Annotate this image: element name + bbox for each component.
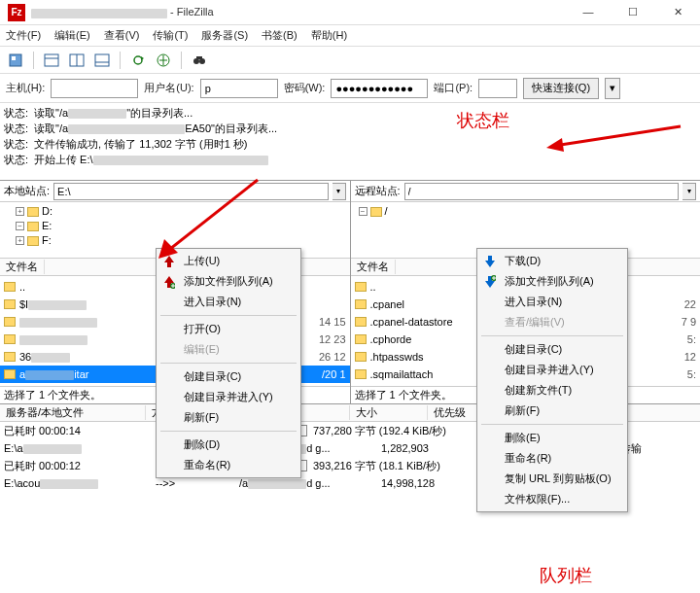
svg-marker-16: [485, 256, 495, 267]
context-item[interactable]: 进入目录(N): [477, 292, 627, 312]
menu-view[interactable]: 查看(V): [104, 28, 140, 43]
menu-bookmarks[interactable]: 书签(B): [262, 28, 298, 43]
menu-help[interactable]: 帮助(H): [311, 28, 347, 43]
context-item[interactable]: 删除(D): [157, 435, 300, 455]
username-label: 用户名(U):: [144, 81, 193, 95]
toolbar: [0, 47, 700, 74]
folder-icon: [355, 299, 367, 309]
up-red-icon: [162, 255, 176, 268]
remote-context-menu: 下载(D)添加文件到队列(A)进入目录(N)查看/编辑(V)创建目录(C)创建目…: [476, 248, 628, 512]
menu-server[interactable]: 服务器(S): [201, 28, 248, 43]
host-label: 主机(H):: [6, 81, 45, 95]
context-item[interactable]: 创建目录(C): [477, 339, 627, 360]
port-input[interactable]: [478, 79, 517, 98]
context-item: 查看/编辑(V): [477, 312, 627, 332]
context-item[interactable]: 打开(O): [157, 319, 300, 339]
context-item[interactable]: 下载(D): [477, 251, 627, 271]
annotation-queue: 队列栏: [540, 564, 592, 587]
folder-icon: [355, 317, 367, 327]
qcol-file[interactable]: 服务器/本地文件: [0, 405, 146, 420]
remote-path-dropdown[interactable]: ▾: [682, 183, 696, 200]
folder-icon: [4, 317, 16, 327]
toggletree-icon[interactable]: [67, 51, 87, 70]
context-item[interactable]: 创建新文件(T): [477, 380, 627, 401]
svg-rect-2: [45, 54, 58, 66]
svg-rect-6: [95, 54, 109, 66]
sitemanager-icon[interactable]: [6, 51, 25, 70]
quickconnect-button[interactable]: 快速连接(Q): [523, 78, 599, 99]
port-label: 端口(P):: [434, 81, 472, 95]
drive-icon: [27, 236, 39, 246]
col-filename[interactable]: 文件名: [0, 260, 45, 274]
svg-marker-13: [164, 256, 174, 267]
compare-icon[interactable]: [154, 51, 173, 70]
togglequeue-icon[interactable]: [92, 51, 112, 70]
local-path-input[interactable]: [53, 183, 328, 200]
binocular-icon[interactable]: [190, 51, 209, 70]
folder-icon: [370, 207, 382, 217]
quickconnect-bar: 主机(H): 用户名(U): 密码(W): 端口(P): 快速连接(Q) ▾: [0, 74, 700, 103]
log-label: 状态:: [4, 105, 28, 121]
context-item[interactable]: 文件权限(F)...: [477, 489, 627, 509]
menu-edit[interactable]: 编辑(E): [54, 28, 90, 43]
context-item[interactable]: 重命名(R): [157, 455, 300, 475]
context-item: 编辑(E): [157, 339, 300, 360]
context-item[interactable]: 上传(U): [157, 251, 300, 271]
svg-rect-12: [196, 56, 202, 59]
context-item[interactable]: 删除(E): [477, 428, 627, 448]
local-context-menu: 上传(U)添加文件到队列(A)进入目录(N)打开(O)编辑(E)创建目录(C)创…: [156, 248, 301, 478]
password-label: 密码(W):: [284, 81, 326, 95]
titlebar: Fz - FileZilla — ☐ ✕: [0, 0, 700, 25]
context-item[interactable]: 创建目录并进入(Y): [477, 360, 627, 380]
log-success: 文件传输成功, 传输了 11,302 字节 (用时1 秒): [34, 136, 247, 152]
context-item[interactable]: 进入目录(N): [157, 292, 300, 312]
context-item[interactable]: 刷新(F): [157, 407, 300, 428]
qcol-size[interactable]: 大小: [350, 405, 428, 420]
plus-green-icon: [162, 275, 176, 289]
folder-icon: [4, 282, 16, 292]
folder-icon: [4, 334, 16, 344]
context-item[interactable]: 创建目录(C): [157, 366, 300, 387]
status-log: 状态:读取"/a"的目录列表... 状态:读取"/aEA50"的目录列表... …: [0, 103, 700, 181]
col-filename[interactable]: 文件名: [351, 260, 396, 274]
folder-icon: [355, 282, 367, 292]
dn-blue-icon: [483, 255, 497, 268]
context-item[interactable]: 添加文件到队列(A): [157, 271, 300, 292]
password-input[interactable]: [331, 79, 428, 98]
svg-rect-1: [12, 56, 16, 60]
app-logo-icon: Fz: [8, 4, 25, 21]
folder-icon: [355, 352, 367, 362]
folder-icon: [4, 369, 16, 379]
sync-icon[interactable]: [128, 51, 148, 70]
menu-transfer[interactable]: 传输(T): [153, 28, 188, 43]
menubar: 文件(F) 编辑(E) 查看(V) 传输(T) 服务器(S) 书签(B) 帮助(…: [0, 25, 700, 47]
remote-path-input[interactable]: [404, 183, 679, 200]
host-input[interactable]: [51, 79, 138, 98]
minimize-button[interactable]: —: [574, 6, 603, 18]
remote-site-label: 远程站点:: [355, 184, 401, 198]
drive-icon: [27, 207, 39, 217]
close-button[interactable]: ✕: [663, 6, 692, 18]
local-path-dropdown[interactable]: ▾: [332, 183, 346, 200]
drive-icon: [27, 222, 39, 231]
folder-icon: [4, 352, 16, 362]
maximize-button[interactable]: ☐: [618, 6, 648, 18]
togglelog-icon[interactable]: [42, 51, 61, 70]
window-title: - FileZilla: [31, 6, 574, 17]
quickconnect-dropdown[interactable]: ▾: [605, 78, 620, 99]
context-item[interactable]: 添加文件到队列(A): [477, 271, 627, 292]
plus-blue-icon: [483, 275, 497, 289]
menu-file[interactable]: 文件(F): [6, 28, 41, 43]
context-item[interactable]: 刷新(F): [477, 401, 627, 421]
username-input[interactable]: [200, 79, 278, 98]
context-item[interactable]: 复制 URL 到剪贴板(O): [477, 469, 627, 489]
folder-icon: [355, 369, 367, 379]
context-item[interactable]: 重命名(R): [477, 448, 627, 469]
local-site-label: 本地站点:: [4, 184, 50, 198]
folder-icon: [355, 334, 367, 344]
context-item[interactable]: 创建目录并进入(Y): [157, 387, 300, 407]
folder-icon: [4, 299, 16, 309]
